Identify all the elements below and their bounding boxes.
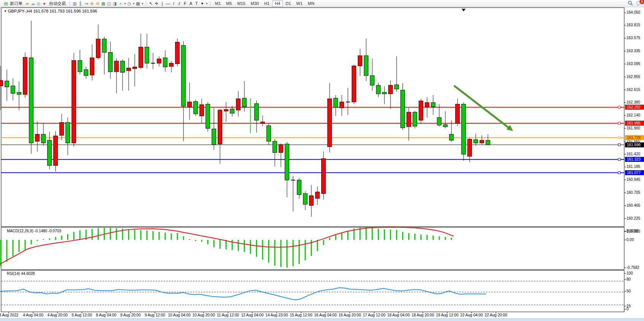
candle-body [437,118,442,125]
timeframe-m15[interactable]: M15 [234,0,248,7]
main-pane [1,8,624,227]
timeframe-h1[interactable]: H1 [261,0,272,7]
new-order-button[interactable]: ▤ 新订单 [1,0,24,7]
arrows-icon[interactable]: ✦ [199,1,205,6]
window-bottom-strip [0,318,644,321]
candlestick-chart-icon[interactable]: ║ [78,1,83,6]
periods-clock-icon-caret[interactable]: ▼ [132,2,135,5]
time-axis-label: 18 Aug 20:00 [412,313,434,317]
arrows-icon-caret[interactable]: ▼ [206,2,208,5]
candle-body [279,145,283,153]
history-book-icon[interactable]: ▰ [24,1,30,6]
new-chart-icon[interactable]: ◫ [106,1,112,6]
price-level-handle [618,122,620,125]
auto-trading-button[interactable]: 自动交易 [47,0,68,7]
candle-body [224,110,228,111]
candle-body [425,102,429,107]
horizontal-line-icon[interactable]: ― [165,1,171,6]
time-axis-label: 22 Aug 04:00 [461,313,483,317]
templates-icon[interactable]: ▩ [135,1,141,6]
line-chart-icon[interactable]: ↝ [83,1,89,6]
tile-windows-icon[interactable]: ▦ [100,1,106,6]
candle-body [383,92,387,94]
candle-body [297,180,301,195]
timeframe-d1[interactable]: D1 [283,0,293,7]
candle-body [370,75,375,85]
templates-icon-caret[interactable]: ▼ [141,2,144,5]
candle-body [443,125,448,127]
price-level-handle [618,172,620,174]
channel-icon[interactable]: ⫽ [177,1,182,6]
candle-body [358,56,362,66]
timeframe-m1[interactable]: M1 [212,0,223,7]
symbol-period-label: GBPJPY-,H4 [8,9,32,13]
chart-title: ▼ GBPJPY-,H4 161.678 161.793 161.596 161… [4,9,97,13]
notification-badge: 1 [639,0,644,4]
price-level-tag: 161.728 [625,135,644,140]
timeframe-m5[interactable]: M5 [223,0,234,7]
price-axis-label: 162.615 [626,88,640,92]
signals-icon[interactable]: ◎ [36,1,41,6]
candle-body [450,134,454,141]
chart-shift-icon[interactable]: ◨ [112,1,118,6]
time-axis-label: 22 Aug 20:00 [485,313,507,317]
timeframe-m30[interactable]: M30 [248,0,261,7]
search-icon[interactable] [628,0,633,6]
candle-body [188,102,192,107]
zoom-in-icon[interactable]: ⊕ [89,1,95,6]
candle-body [474,140,478,143]
candle-body [267,126,271,141]
timeframe-w1[interactable]: W1 [293,0,305,7]
publish-cloud-icon[interactable]: ☁ [30,1,36,6]
time-axis-label: 4 Aug 04:00 [23,313,43,317]
price-level-tag: 161.077 [625,170,644,175]
text-icon[interactable]: A [188,1,194,6]
candle-body [316,192,320,198]
candle-body [456,104,460,123]
candle-body [200,105,204,116]
candle-body [230,109,234,113]
candle-body [340,102,344,108]
candle-body [328,99,332,147]
candle-body [468,139,472,156]
time-axis-label: 3 Aug 2022 [0,313,18,317]
price-level-tag: 161.596 [625,142,644,147]
time-axis-label: 4 Aug 20:00 [47,313,67,317]
cursor-icon[interactable]: ↖ [148,1,154,6]
timeframe-h4[interactable]: H4 [272,0,283,7]
text-label-icon[interactable]: T [194,1,199,6]
notifications-icon[interactable]: 1 [636,1,642,6]
trendline-icon[interactable]: / [171,1,177,6]
time-axis-label: 8 Aug 20:00 [120,313,140,317]
price-axis-label: 162.380 [626,100,640,104]
chart-surface[interactable] [0,0,644,321]
price-axis-label: 163.335 [626,49,640,53]
crosshair-icon[interactable]: ✛ [154,1,159,6]
rsi-axis-label: 80 [626,277,631,281]
bar-chart-icon[interactable]: ▥ [72,1,78,6]
left-icon-group: ▰☁◎● [24,1,47,6]
vertical-line-icon[interactable]: ❘ [159,1,165,6]
candle-body [273,141,277,153]
candle-body [157,59,161,63]
price-level-handle [618,144,620,146]
candle-body [236,99,241,110]
candle-body [480,140,484,143]
zoom-out-icon[interactable]: ⊖ [95,1,100,6]
auto-trading-icon[interactable]: ● [41,1,47,6]
indicators-icon-caret[interactable]: ▼ [124,2,126,5]
candle-body [206,104,210,128]
candle-body [60,123,64,136]
chart-dropdown-icon[interactable]: ▼ [4,10,7,13]
indicators-icon[interactable]: ＋ [118,1,123,6]
candle-body [255,104,259,120]
candle-body [90,58,94,75]
periods-clock-icon[interactable]: ◷ [126,1,132,6]
macd-axis-label: 0.3026 [626,229,638,233]
fibonacci-icon[interactable]: F [182,1,188,6]
price-axis-label: 162.855 [626,75,640,79]
time-axis-label: 16 Aug 04:00 [314,313,337,317]
candle-body [54,136,58,166]
main-toolbar: ▤ 新订单 ▰☁◎● 自动交易 ▥║↝⊕⊖▦◫◨＋▼◷▼▩▼ ↖✛❘―/⫽FAT… [0,0,644,7]
timeframe-mn[interactable]: MN [305,0,317,7]
